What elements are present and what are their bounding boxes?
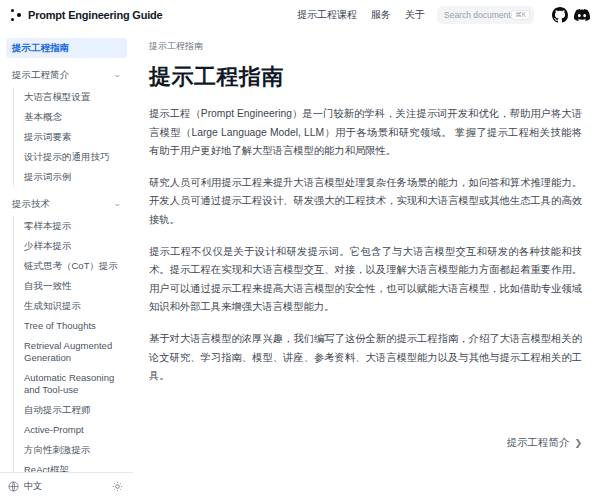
sidebar: 提示工程指南提示工程简介⌄大语言模型设置基本概念提示词要素设计提示的通用技巧提示…	[0, 30, 133, 500]
sidebar-item-label: 设计提示的通用技巧	[24, 151, 110, 163]
sidebar-footer: 中文	[0, 472, 133, 500]
sidebar-item[interactable]: 提示工程简介⌄	[6, 65, 127, 85]
theme-toggle[interactable]	[112, 481, 123, 492]
sidebar-item[interactable]: 零样本提示	[18, 216, 127, 236]
logo[interactable]: Prompt Engineering Guide	[10, 8, 163, 22]
header: Prompt Engineering Guide 提示工程课程服务关于 Sear…	[0, 0, 600, 30]
body-paragraph-1: 提示工程（Prompt Engineering）是一门较新的学科，关注提示词开发…	[149, 105, 582, 161]
search-placeholder: Search documentation...	[444, 10, 511, 20]
chevron-down-icon: ⌄	[113, 199, 122, 209]
nav-link-0[interactable]: 提示工程课程	[297, 8, 357, 22]
sidebar-item-label: 提示工程指南	[12, 42, 69, 54]
body-paragraph-2: 研究人员可利用提示工程来提升大语言模型处理复杂任务场景的能力，如问答和算术推理能…	[149, 174, 582, 230]
sidebar-item[interactable]: 生成知识提示	[18, 296, 127, 316]
sidebar-item-label: 提示词要素	[24, 131, 72, 143]
sidebar-item-label: 大语言模型设置	[24, 91, 91, 103]
chevron-down-icon: ⌄	[113, 70, 122, 80]
sidebar-item-label: Active-Prompt	[24, 424, 84, 436]
sidebar-item-label: 自动提示工程师	[24, 404, 91, 416]
sidebar-item[interactable]: 自动提示工程师	[18, 400, 127, 420]
sun-icon	[112, 481, 123, 492]
sidebar-item[interactable]: 基本概念	[18, 107, 127, 127]
sidebar-item[interactable]: 设计提示的通用技巧	[18, 147, 127, 167]
github-icon[interactable]	[551, 7, 568, 24]
sidebar-item[interactable]: 自我一致性	[18, 276, 127, 296]
sidebar-item-label: 自我一致性	[24, 280, 72, 292]
sidebar-item-label: 方向性刺激提示	[24, 444, 91, 456]
sidebar-item-label: Tree of Thoughts	[24, 320, 96, 332]
language-selector[interactable]: 中文	[8, 480, 42, 493]
sidebar-item[interactable]: 大语言模型设置	[18, 87, 127, 107]
sidebar-item[interactable]: Retrieval Augmented Generation	[18, 336, 127, 368]
chevron-right-icon: ❯	[574, 438, 582, 448]
sidebar-item-label: 生成知识提示	[24, 300, 81, 312]
sidebar-item-label: 零样本提示	[24, 220, 72, 232]
page-body: 提示工程指南提示工程简介⌄大语言模型设置基本概念提示词要素设计提示的通用技巧提示…	[0, 30, 600, 500]
sidebar-item-label: 少样本提示	[24, 240, 72, 252]
sidebar-item-label: 提示技术	[12, 198, 50, 210]
language-label: 中文	[24, 480, 42, 493]
logo-icon	[10, 8, 22, 22]
sidebar-item-label: 提示词示例	[24, 171, 72, 183]
sidebar-item[interactable]: 提示词要素	[18, 127, 127, 147]
logo-text: Prompt Engineering Guide	[28, 9, 163, 21]
sidebar-item[interactable]: Automatic Reasoning and Tool-use	[18, 368, 127, 400]
sidebar-item-label: Retrieval Augmented Generation	[24, 340, 121, 364]
sidebar-item[interactable]: 提示技术⌄	[6, 194, 127, 214]
next-page-link[interactable]: 提示工程简介 ❯	[506, 436, 582, 450]
sidebar-item[interactable]: 提示词示例	[18, 167, 127, 187]
sidebar-item[interactable]: 链式思考（CoT）提示	[18, 256, 127, 276]
sidebar-item[interactable]: Tree of Thoughts	[18, 316, 127, 336]
search-shortcut-badge: ⌘K	[511, 10, 530, 21]
top-nav: 提示工程课程服务关于	[297, 8, 425, 22]
page-title: 提示工程指南	[149, 62, 582, 92]
nav-link-1[interactable]: 服务	[371, 8, 391, 22]
sidebar-item[interactable]: 方向性刺激提示	[18, 440, 127, 460]
breadcrumb: 提示工程指南	[149, 40, 582, 53]
body-paragraph-3: 提示工程不仅仅是关于设计和研发提示词。它包含了与大语言模型交互和研发的各种技能和…	[149, 243, 582, 317]
search-input[interactable]: Search documentation... ⌘K	[437, 6, 534, 24]
globe-icon	[8, 481, 19, 492]
sidebar-item-label: 提示工程简介	[12, 69, 69, 81]
pager: 提示工程简介 ❯	[149, 436, 582, 450]
nav-link-2[interactable]: 关于	[405, 8, 425, 22]
sidebar-item-label: 链式思考（CoT）提示	[24, 260, 118, 272]
main-content: 提示工程指南 提示工程指南 提示工程（Prompt Engineering）是一…	[133, 30, 600, 500]
sidebar-item-label: Automatic Reasoning and Tool-use	[24, 372, 121, 396]
body-paragraph-4: 基于对大语言模型的浓厚兴趣，我们编写了这份全新的提示工程指南，介绍了大语言模型相…	[149, 330, 582, 386]
sidebar-item-label: 基本概念	[24, 111, 62, 123]
sidebar-item[interactable]: 少样本提示	[18, 236, 127, 256]
sidebar-item[interactable]: 提示工程指南	[6, 38, 127, 58]
sidebar-item[interactable]: Active-Prompt	[18, 420, 127, 440]
discord-icon[interactable]	[573, 7, 590, 24]
next-page-label: 提示工程简介	[506, 436, 569, 450]
